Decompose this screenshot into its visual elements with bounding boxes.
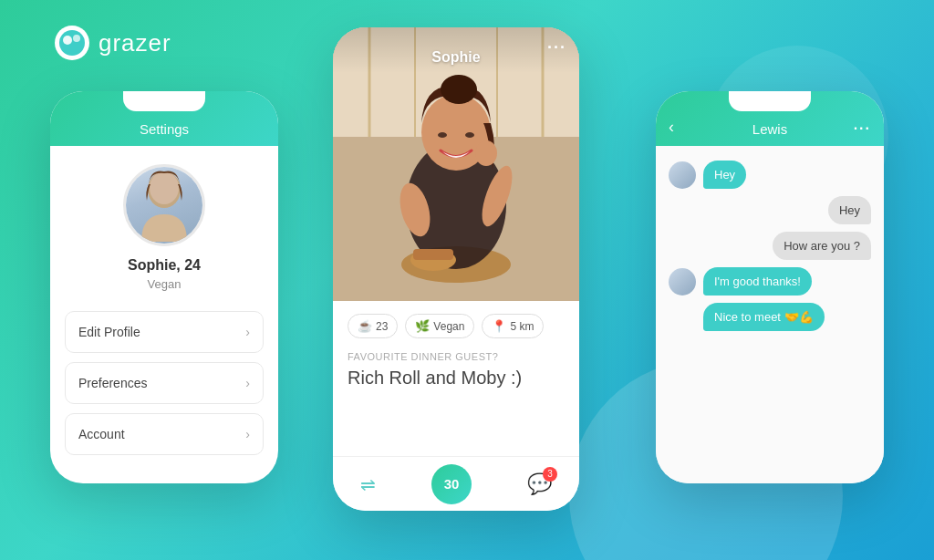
svg-rect-21 bbox=[413, 249, 453, 260]
profile-phone: Sophie ··· bbox=[333, 27, 579, 511]
chat-title: Lewis bbox=[752, 121, 787, 137]
location-icon: 📍 bbox=[492, 319, 506, 333]
chat-menu-dots[interactable]: ··· bbox=[854, 120, 871, 137]
phone-notch-right bbox=[729, 91, 811, 111]
distance-badge: 📍 5 km bbox=[482, 314, 544, 338]
diet-badge: 🌿 Vegan bbox=[405, 314, 474, 338]
profile-image-section: Sophie ··· bbox=[333, 27, 579, 301]
profile-menu-dots[interactable]: ··· bbox=[547, 38, 566, 57]
message-bubble: Hey bbox=[828, 196, 871, 224]
profile-badges: ☕ 23 🌿 Vegan 📍 5 km bbox=[348, 314, 565, 338]
message-bubble: I'm good thanks! bbox=[703, 267, 812, 296]
profile-info: ☕ 23 🌿 Vegan 📍 5 km FAVOURITE DINNER GUE… bbox=[333, 301, 579, 401]
svg-point-4 bbox=[150, 171, 179, 204]
app-name: grazer bbox=[99, 29, 171, 57]
age-badge: ☕ 23 bbox=[348, 314, 398, 338]
svg-point-16 bbox=[438, 132, 447, 138]
match-count[interactable]: 30 bbox=[431, 464, 472, 504]
message-row: Hey bbox=[669, 196, 871, 224]
phone-notch-left bbox=[123, 91, 205, 111]
account-label: Account bbox=[78, 427, 125, 441]
message-bubble: How are you ? bbox=[773, 232, 871, 260]
settings-body: Sophie, 24 Vegan Edit Profile › Preferen… bbox=[50, 146, 278, 482]
settings-title: Settings bbox=[140, 121, 189, 137]
diet-value: Vegan bbox=[433, 320, 464, 333]
edit-profile-button[interactable]: Edit Profile › bbox=[65, 311, 264, 353]
vegan-icon: 🌿 bbox=[415, 319, 430, 333]
user-name: Sophie, 24 bbox=[128, 257, 201, 274]
profile-name: Sophie bbox=[431, 49, 480, 66]
logo-area: grazer bbox=[55, 26, 171, 60]
preferences-button[interactable]: Preferences › bbox=[65, 362, 264, 404]
message-row: I'm good thanks! bbox=[669, 267, 871, 296]
age-value: 23 bbox=[376, 320, 388, 333]
message-bubble: Nice to meet 🤝💪 bbox=[703, 303, 825, 331]
chat-avatar bbox=[669, 268, 696, 296]
chat-icon-button[interactable]: 💬 3 bbox=[527, 472, 552, 496]
distance-value: 5 km bbox=[510, 320, 534, 333]
chevron-icon-3: › bbox=[245, 427, 250, 441]
message-bubble: Hey bbox=[703, 161, 746, 189]
chat-badge-count: 3 bbox=[543, 467, 557, 482]
chevron-icon-2: › bbox=[245, 376, 250, 390]
user-tag: Vegan bbox=[148, 277, 182, 291]
svg-point-17 bbox=[465, 132, 474, 138]
back-button[interactable]: ‹ bbox=[669, 118, 674, 137]
preferences-label: Preferences bbox=[78, 376, 147, 390]
svg-point-0 bbox=[59, 30, 85, 56]
chat-phone: ‹ Lewis ··· Hey Hey How are you ? I'm go… bbox=[656, 91, 884, 483]
message-row: Hey bbox=[669, 161, 871, 189]
message-row: How are you ? bbox=[669, 232, 871, 260]
settings-phone: Settings Sophie, 24 Vegan Edit Profile › bbox=[50, 91, 278, 483]
chat-avatar bbox=[669, 161, 696, 189]
chat-body: Hey Hey How are you ? I'm good thanks! N… bbox=[656, 146, 884, 483]
profile-top-bar: Sophie bbox=[333, 27, 579, 73]
fav-label: FAVOURITE DINNER GUEST? bbox=[348, 351, 565, 362]
coffee-icon: ☕ bbox=[358, 319, 372, 333]
chevron-icon: › bbox=[245, 325, 250, 339]
svg-point-2 bbox=[73, 35, 80, 42]
svg-point-18 bbox=[441, 75, 477, 104]
logo-icon bbox=[55, 26, 89, 60]
svg-point-19 bbox=[475, 140, 497, 166]
message-row: Nice to meet 🤝💪 bbox=[669, 303, 871, 331]
account-button[interactable]: Account › bbox=[65, 413, 264, 455]
fav-value: Rich Roll and Moby :) bbox=[348, 368, 565, 389]
svg-point-1 bbox=[63, 36, 72, 45]
filter-icon[interactable]: ⇌ bbox=[360, 473, 376, 495]
avatar-image bbox=[126, 167, 202, 244]
edit-profile-label: Edit Profile bbox=[78, 325, 140, 339]
avatar bbox=[123, 164, 205, 246]
profile-bottom-bar: ⇌ 30 💬 3 bbox=[333, 456, 579, 511]
